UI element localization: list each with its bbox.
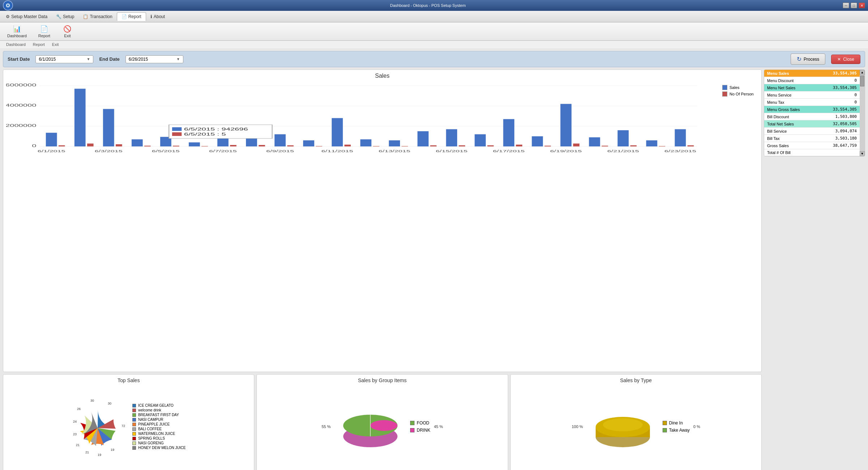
process-button[interactable]: ↻ Process — [791, 54, 825, 65]
sales-chart-title: Sales — [6, 73, 758, 79]
exit-label: Exit — [64, 34, 71, 38]
legend-persons-label: No Of Person — [729, 92, 754, 96]
end-date-value: 6/26/2015 — [129, 57, 148, 62]
food-label: FOOD — [417, 420, 429, 426]
window-controls: ─ □ ✕ — [843, 3, 865, 8]
refresh-icon: ↻ — [797, 56, 801, 63]
nasi-goreng-color — [132, 441, 136, 445]
menu-about[interactable]: ℹ About — [146, 13, 169, 21]
bill-tax-label: Bill Tax — [764, 135, 827, 142]
type-chart-title: Sales by Type — [514, 377, 758, 383]
menu-bar: ⚙ Setup Master Data 🔧 Setup 📋 Transactio… — [0, 11, 868, 22]
start-date-input[interactable]: 6/1/2015 ▼ — [35, 55, 93, 63]
report-icon: 📄 — [122, 14, 127, 19]
title-bar: O Dashboard - Oktopus - POS Setup System… — [0, 0, 868, 11]
breakfast-label: BREAKFAST FIRST DAY — [138, 413, 179, 417]
svg-rect-28 — [618, 130, 629, 146]
menu-setup[interactable]: 🔧 Setup — [52, 13, 78, 21]
scroll-up-arrow[interactable]: ▲ — [860, 70, 865, 75]
top-sales-legend: ICE CREAM GELATO welcome drink BREAKFAST… — [132, 403, 186, 450]
svg-text:0: 0 — [32, 144, 36, 148]
take-away-label: Take Away — [669, 428, 690, 433]
legend-breakfast: BREAKFAST FIRST DAY — [132, 413, 186, 417]
close-main-button[interactable]: ✕ Close — [831, 55, 860, 64]
main-content: Start Date 6/1/2015 ▼ End Date 6/26/2015… — [0, 48, 868, 470]
legend-dine-in: Dine In — [663, 420, 690, 426]
svg-text:6/11/2015: 6/11/2015 — [322, 149, 353, 153]
row-bill-service: Bill Service 3,094,074 — [764, 128, 860, 135]
legend-food: FOOD — [410, 420, 430, 426]
svg-text:72: 72 — [122, 424, 125, 428]
about-icon: ℹ — [150, 14, 152, 19]
toolbar: 📊 Dashboard 📄 Report 🚫 Exit — [0, 22, 868, 40]
scroll-thumb[interactable] — [860, 76, 864, 86]
svg-rect-35 — [173, 146, 179, 146]
svg-rect-13 — [189, 142, 200, 146]
summary-table: Menu Sales 33,554,305 Menu Discount 0 Me… — [764, 69, 865, 157]
dashboard-button[interactable]: 📊 Dashboard — [3, 24, 31, 39]
group-pie-svg — [334, 397, 407, 455]
close-window-button[interactable]: ✕ — [859, 3, 865, 8]
maximize-button[interactable]: □ — [851, 3, 857, 8]
svg-text:26: 26 — [77, 407, 81, 411]
end-date-input[interactable]: 6/26/2015 ▼ — [125, 55, 183, 63]
exit-button[interactable]: 🚫 Exit — [58, 24, 77, 39]
svg-rect-53 — [688, 145, 694, 146]
row-menu-sales: Menu Sales 33,554,305 — [764, 70, 860, 77]
type-legend: Dine In Take Away — [663, 420, 690, 433]
svg-rect-32 — [87, 144, 94, 146]
menu-sales-value: 33,554,305 — [827, 70, 860, 77]
window-title: Dashboard - Oktopus - POS Setup System — [13, 3, 843, 8]
svg-text:30: 30 — [90, 399, 94, 402]
svg-rect-22 — [446, 129, 457, 146]
end-date-label: End Date — [99, 56, 119, 62]
menu-sales-label: Menu Sales — [764, 70, 827, 77]
top-sales-title: Top Sales — [6, 377, 251, 383]
menu-setup-label: Setup — [63, 14, 74, 19]
svg-rect-27 — [589, 137, 600, 146]
close-main-label: Close — [843, 57, 854, 62]
svg-text:6/5/2015: 6/5/2015 — [152, 149, 180, 153]
menu-report[interactable]: 📄 Report — [117, 12, 146, 21]
bill-discount-value: 1,503,800 — [827, 113, 860, 120]
dine-in-color — [663, 421, 667, 425]
svg-rect-50 — [602, 146, 608, 146]
dashboard-icon: 📊 — [13, 25, 21, 33]
svg-text:21: 21 — [76, 443, 80, 447]
svg-rect-9 — [75, 89, 86, 146]
minimize-button[interactable]: ─ — [843, 3, 849, 8]
transaction-icon: 📋 — [83, 14, 88, 19]
menu-setup-master[interactable]: ⚙ Setup Master Data — [1, 13, 52, 21]
spring-rolls-label: SPRING ROLLS — [138, 436, 165, 440]
ice-cream-color — [132, 404, 136, 407]
menu-net-sales-value: 33,554,305 — [827, 84, 860, 91]
summary-scrollbar[interactable]: ▲ ▼ — [860, 70, 865, 156]
menu-discount-label: Menu Discount — [764, 77, 827, 84]
svg-text:4000000: 4000000 — [6, 103, 36, 107]
scroll-down-arrow[interactable]: ▼ — [860, 151, 865, 156]
svg-rect-34 — [144, 146, 151, 146]
menu-transaction[interactable]: 📋 Transaction — [78, 13, 116, 21]
legend-honey-dew: HONEY DEW MELON JUICE — [132, 446, 186, 450]
legend-sales: Sales — [722, 85, 758, 90]
svg-rect-44 — [430, 145, 437, 146]
food-percent-label: 55 % — [322, 424, 331, 429]
svg-rect-40 — [316, 146, 322, 146]
drink-color — [410, 428, 414, 432]
svg-text:6/23/2015: 6/23/2015 — [664, 149, 696, 153]
legend-bali-coffee: BALI COFFEE — [132, 427, 186, 431]
charts-area: Sales 6000000 4000000 2000000 0 — [3, 69, 865, 470]
sales-by-group-chart: Sales by Group Items 55 % — [256, 374, 508, 470]
report-button[interactable]: 📄 Report — [34, 24, 55, 39]
svg-text:6/19/2015: 6/19/2015 — [550, 149, 582, 153]
svg-rect-17 — [303, 140, 314, 146]
report-tb-icon: 📄 — [40, 25, 48, 33]
legend-persons: No Of Person — [722, 91, 758, 97]
row-menu-service: Menu Service 0 — [764, 91, 860, 99]
svg-rect-33 — [116, 144, 122, 146]
watermelon-label: WATERMELON JUICE — [138, 432, 175, 436]
drink-label: DRINK — [417, 428, 430, 433]
svg-rect-18 — [332, 118, 343, 146]
menu-discount-value: 0 — [827, 77, 860, 84]
svg-text:6/13/2015: 6/13/2015 — [379, 149, 410, 153]
